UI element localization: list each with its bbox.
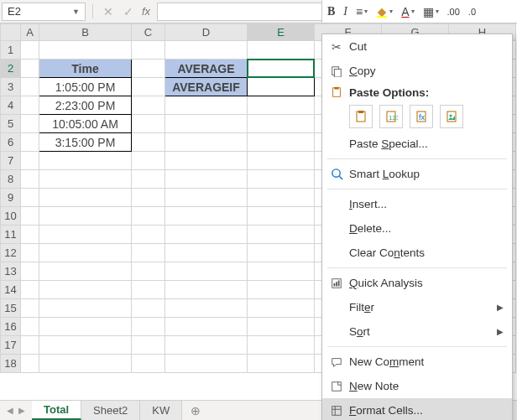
row-header[interactable]: 9	[1, 189, 21, 207]
menu-cut[interactable]: ✂ Cut	[322, 34, 512, 59]
cell[interactable]	[132, 96, 165, 115]
cell[interactable]	[21, 115, 39, 133]
cell[interactable]	[248, 152, 315, 170]
enter-formula-button[interactable]: ✓	[118, 5, 138, 18]
cell[interactable]	[248, 281, 315, 299]
cell[interactable]	[39, 262, 132, 281]
menu-quick-analysis[interactable]: Quick AnalysisQuick Analysis	[322, 271, 512, 295]
sheet-tab-total[interactable]: Total	[32, 401, 81, 420]
cell[interactable]	[132, 152, 165, 170]
cell[interactable]	[248, 226, 315, 244]
menu-insert[interactable]: Insert...Insert...	[322, 192, 512, 216]
menu-delete[interactable]: Delete...Delete...	[322, 216, 512, 241]
row-header[interactable]: 14	[1, 281, 21, 299]
cell[interactable]	[21, 60, 39, 78]
cell[interactable]	[132, 189, 165, 207]
menu-clear-contents[interactable]: Clear ContentsClear Contents	[322, 241, 512, 265]
cell[interactable]	[132, 244, 165, 262]
cell[interactable]	[21, 281, 39, 299]
cell[interactable]	[21, 299, 39, 318]
cell[interactable]	[248, 96, 315, 115]
cell[interactable]	[21, 262, 39, 281]
cell[interactable]	[248, 41, 315, 60]
row-header[interactable]: 8	[1, 170, 21, 189]
cell[interactable]	[165, 281, 248, 299]
cell[interactable]	[132, 318, 165, 336]
active-cell[interactable]	[248, 60, 315, 78]
cell[interactable]	[21, 133, 39, 152]
cell[interactable]	[39, 226, 132, 244]
cell[interactable]	[132, 60, 165, 78]
cell[interactable]	[248, 262, 315, 281]
cell[interactable]	[165, 318, 248, 336]
sheet-tab-kw[interactable]: KW	[140, 401, 182, 420]
cell[interactable]	[165, 207, 248, 226]
name-box[interactable]: E2 ▼	[2, 3, 86, 21]
tab-nav[interactable]: ◀ ▶	[0, 406, 32, 415]
cell[interactable]	[21, 336, 39, 355]
cell[interactable]	[248, 318, 315, 336]
cell[interactable]	[248, 336, 315, 355]
cell[interactable]	[132, 336, 165, 355]
paste-option-values[interactable]: 123	[379, 105, 403, 128]
cell[interactable]	[248, 78, 315, 96]
menu-smart-lookup[interactable]: Smart LookupSmart Lookup	[322, 162, 512, 186]
menu-copy[interactable]: CCopyopy	[322, 59, 512, 83]
cell[interactable]	[165, 262, 248, 281]
add-sheet-button[interactable]: ⊕	[182, 404, 209, 417]
font-color-button[interactable]: A▾	[401, 5, 414, 18]
cell[interactable]	[165, 299, 248, 318]
row-header[interactable]: 10	[1, 207, 21, 226]
cell[interactable]	[248, 299, 315, 318]
row-header[interactable]: 2	[1, 60, 21, 78]
cell[interactable]	[21, 41, 39, 60]
cell[interactable]	[165, 115, 248, 133]
cell[interactable]: 2:23:00 PM	[39, 96, 132, 115]
cell[interactable]	[165, 189, 248, 207]
col-header-a[interactable]: A	[21, 24, 39, 41]
cell[interactable]	[248, 244, 315, 262]
italic-button[interactable]: I	[343, 5, 347, 18]
menu-format-cells[interactable]: Format Cells...Format Cells...	[322, 398, 512, 420]
cell[interactable]	[39, 355, 132, 373]
cell[interactable]	[21, 96, 39, 115]
cell[interactable]: Time	[39, 60, 132, 78]
bold-button[interactable]: B	[327, 5, 335, 18]
row-header[interactable]: 1	[1, 41, 21, 60]
row-header[interactable]: 17	[1, 336, 21, 355]
cell[interactable]	[21, 170, 39, 189]
cell[interactable]	[21, 152, 39, 170]
cell[interactable]	[39, 281, 132, 299]
cell[interactable]: AVERAGEIF	[165, 78, 248, 96]
row-header[interactable]: 5	[1, 115, 21, 133]
menu-sort[interactable]: SortSort ▶	[322, 319, 512, 344]
cell[interactable]	[39, 170, 132, 189]
row-header[interactable]: 4	[1, 96, 21, 115]
cancel-formula-button[interactable]: ✕	[98, 5, 118, 18]
cell[interactable]	[132, 226, 165, 244]
cell[interactable]	[21, 244, 39, 262]
menu-new-note[interactable]: New NoteNew Note	[322, 374, 512, 398]
cell[interactable]	[39, 336, 132, 355]
cell[interactable]	[21, 355, 39, 373]
cell[interactable]	[39, 299, 132, 318]
cell[interactable]	[39, 244, 132, 262]
row-header[interactable]: 11	[1, 226, 21, 244]
col-header-b[interactable]: B	[39, 24, 132, 41]
cell[interactable]	[165, 41, 248, 60]
cell[interactable]	[165, 355, 248, 373]
cell[interactable]	[165, 244, 248, 262]
row-header[interactable]: 7	[1, 152, 21, 170]
cell[interactable]	[132, 281, 165, 299]
cell[interactable]	[248, 207, 315, 226]
row-header[interactable]: 15	[1, 299, 21, 318]
paste-option-formulas[interactable]: fx	[410, 105, 433, 128]
cell[interactable]: 1:05:00 PM	[39, 78, 132, 96]
cell[interactable]	[165, 226, 248, 244]
cell[interactable]	[248, 170, 315, 189]
row-header[interactable]: 13	[1, 262, 21, 281]
chevron-left-icon[interactable]: ◀	[7, 406, 13, 415]
cell[interactable]	[248, 189, 315, 207]
cell[interactable]	[165, 336, 248, 355]
cell[interactable]	[132, 355, 165, 373]
